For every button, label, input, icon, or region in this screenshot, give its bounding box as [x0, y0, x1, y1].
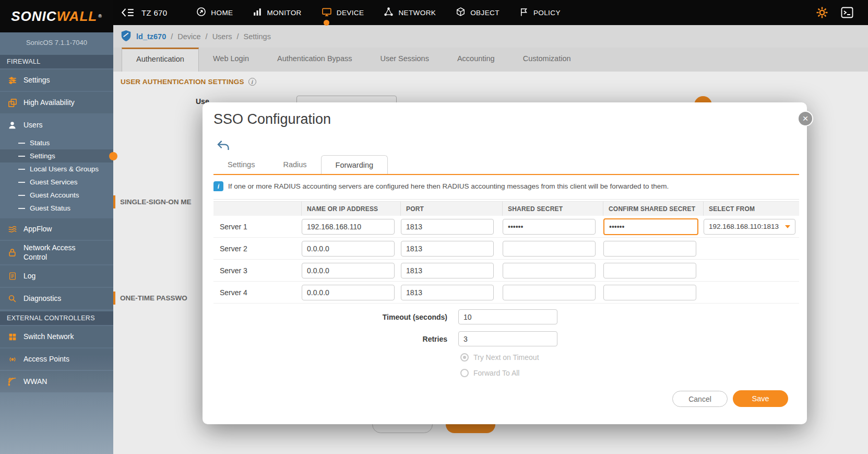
- nav-label: DEVICE: [337, 9, 364, 17]
- divider: [213, 199, 799, 200]
- top-bar: TZ 670 HOME MONITOR DEVICE NETWORK OBJEC…: [0, 0, 868, 25]
- appflow-icon: [7, 225, 18, 234]
- server2-confirm-secret-input[interactable]: [603, 241, 696, 257]
- nav-home[interactable]: HOME: [196, 7, 233, 18]
- sidebar-item-access-points[interactable]: Access Points: [0, 348, 113, 370]
- network-icon: [384, 7, 394, 18]
- sidebar-item-label: AppFlow: [23, 225, 52, 234]
- sidebar-item-label: WWAN: [23, 377, 47, 387]
- log-icon: [7, 272, 18, 281]
- sidebar-item-label: Guest Services: [30, 178, 78, 186]
- chevron-down-icon: [785, 225, 790, 228]
- sidebar-item-high-availability[interactable]: High Availability: [0, 92, 113, 113]
- timeout-label: Timeout (seconds): [213, 313, 447, 321]
- retries-input[interactable]: [458, 331, 557, 346]
- policy-icon: [519, 7, 529, 18]
- server2-ip-input[interactable]: [302, 241, 395, 257]
- sidebar-item-users-status[interactable]: Status: [0, 136, 113, 149]
- save-button[interactable]: Save: [733, 390, 788, 407]
- server-row-label: Server 1: [213, 223, 302, 231]
- sidebar-item-label: Users: [23, 121, 43, 130]
- nav-monitor[interactable]: MONITOR: [253, 7, 301, 18]
- modal-tab-forwarding[interactable]: Forwarding: [321, 155, 388, 175]
- selected-value: 192.168.168.110:1813: [709, 223, 779, 230]
- nav-device[interactable]: DEVICE: [322, 7, 364, 18]
- dash-icon: [18, 208, 25, 209]
- server2-port-input[interactable]: [401, 241, 494, 257]
- collapse-menu-icon[interactable]: [121, 8, 135, 17]
- monitor-icon: [253, 7, 262, 18]
- sonicwall-logo: SONICWALL®: [0, 0, 113, 32]
- server2-shared-secret-input[interactable]: [503, 241, 596, 257]
- device-model-label: TZ 670: [141, 8, 167, 17]
- server3-confirm-secret-input[interactable]: [603, 263, 696, 278]
- logo-registered-mark: ®: [98, 14, 102, 19]
- server3-port-input[interactable]: [401, 263, 494, 278]
- server1-ip-input[interactable]: [302, 219, 395, 235]
- sidebar-item-label: High Availability: [23, 98, 75, 108]
- col-header-confirm-shared-secret: CONFIRM SHARED SECRET: [603, 202, 704, 216]
- table-row: Server 4: [213, 282, 799, 304]
- sidebar-item-guest-status[interactable]: Guest Status: [0, 202, 113, 215]
- nav-label: POLICY: [533, 9, 561, 17]
- nav-network[interactable]: NETWORK: [384, 7, 436, 18]
- sidebar-item-network-access-control[interactable]: Network Access Control: [0, 241, 113, 264]
- radio-forward-to-all: [460, 369, 469, 377]
- nav-object[interactable]: OBJECT: [456, 7, 500, 18]
- terminal-icon[interactable]: [841, 7, 853, 18]
- sidebar-item-label: Settings: [23, 76, 50, 85]
- server4-shared-secret-input[interactable]: [503, 285, 596, 300]
- device-icon: [322, 7, 332, 19]
- server1-confirm-secret-input[interactable]: [603, 218, 698, 235]
- server-row-label: Server 2: [213, 245, 302, 253]
- timeout-input[interactable]: [458, 309, 557, 324]
- server1-port-input[interactable]: [401, 219, 494, 235]
- server3-shared-secret-input[interactable]: [503, 263, 596, 278]
- server3-ip-input[interactable]: [302, 263, 395, 278]
- users-submenu: Status Settings Local Users & Groups Gue…: [0, 136, 113, 217]
- radio-try-next-on-timeout: [460, 353, 469, 362]
- gear-icon[interactable]: [816, 6, 828, 19]
- modal-tab-settings[interactable]: Settings: [213, 155, 269, 175]
- sidebar-item-settings[interactable]: Settings: [0, 69, 113, 91]
- server4-ip-input[interactable]: [302, 285, 395, 300]
- back-icon[interactable]: [217, 140, 230, 153]
- sidebar-item-label: Guest Accounts: [30, 191, 79, 199]
- server1-shared-secret-input[interactable]: [503, 219, 596, 235]
- sidebar-item-appflow[interactable]: AppFlow: [0, 218, 113, 240]
- table-row: Server 2: [213, 238, 799, 260]
- server4-confirm-secret-input[interactable]: [603, 285, 696, 300]
- close-icon[interactable]: ×: [798, 111, 813, 126]
- object-icon: [456, 7, 466, 18]
- col-header-name-ip: NAME OR IP ADDRESS: [302, 202, 401, 216]
- col-header-select-from: SELECT FROM: [704, 202, 799, 216]
- grid-icon: [7, 333, 18, 341]
- section-external-controllers: EXTERNAL CONTROLLERS: [0, 311, 113, 325]
- col-header-blank: [213, 202, 302, 216]
- magnifier-icon: [7, 294, 18, 303]
- sidebar-item-local-users-groups[interactable]: Local Users & Groups: [0, 162, 113, 176]
- sso-configuration-dialog: × SSO Configuration Settings Radius Forw…: [203, 102, 807, 424]
- sidebar-item-log[interactable]: Log: [0, 265, 113, 287]
- sidebar-item-switch-network[interactable]: Switch Network: [0, 326, 113, 347]
- sidebar: SONICWALL® SonicOS 7.1.1-7040 FIREWALL S…: [0, 0, 113, 454]
- nav-label: MONITOR: [267, 9, 301, 17]
- sidebar-item-label: Access Points: [23, 355, 69, 364]
- sidebar-item-diagnostics[interactable]: Diagnostics: [0, 288, 113, 309]
- forwarding-info-text: If one or more RADIUS accounting servers…: [228, 182, 669, 190]
- server4-port-input[interactable]: [401, 285, 494, 300]
- dash-icon: [18, 195, 25, 196]
- nav-policy[interactable]: POLICY: [519, 7, 561, 18]
- sidebar-item-users[interactable]: Users: [0, 114, 113, 136]
- server1-select-from-dropdown[interactable]: 192.168.168.110:1813: [704, 219, 795, 235]
- sliders-icon: [7, 76, 18, 85]
- sidebar-item-users-settings[interactable]: Settings: [0, 149, 113, 162]
- sidebar-item-label: Diagnostics: [23, 294, 61, 304]
- radius-servers-table: NAME OR IP ADDRESS PORT SHARED SECRET CO…: [213, 201, 799, 304]
- sidebar-item-guest-services[interactable]: Guest Services: [0, 176, 113, 189]
- modal-tabs: Settings Radius Forwarding: [213, 155, 388, 175]
- cancel-button[interactable]: Cancel: [672, 391, 728, 407]
- modal-tab-radius[interactable]: Radius: [269, 155, 320, 175]
- sidebar-item-guest-accounts[interactable]: Guest Accounts: [0, 189, 113, 202]
- sidebar-item-wwan[interactable]: WWAN: [0, 371, 113, 392]
